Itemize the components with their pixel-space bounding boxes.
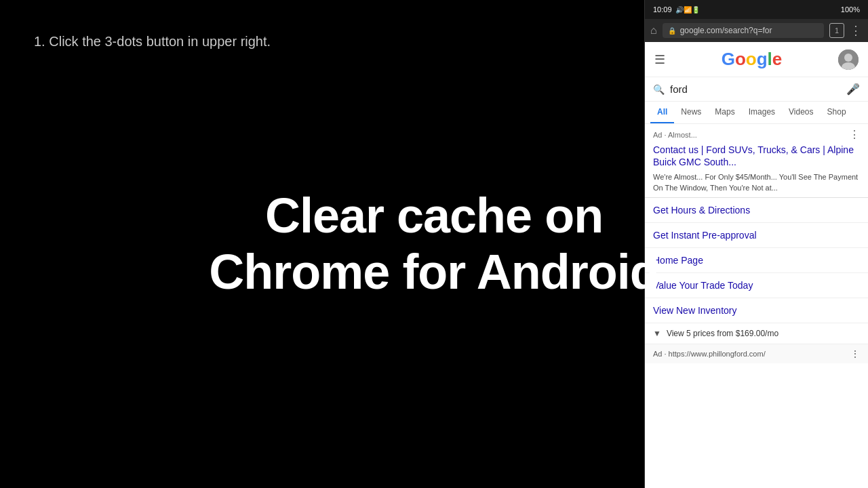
sitelink-trade[interactable]: Value Your Trade Today: [645, 273, 868, 298]
overlay-line2: Chrome for Android: [209, 244, 658, 300]
prices-row[interactable]: ▼ View 5 prices from $169.00/mo: [645, 323, 868, 344]
sitelink-homepage[interactable]: Home Page: [645, 248, 868, 273]
hamburger-icon[interactable]: ☰: [654, 52, 665, 67]
google-page: ☰ Google 🔍 ford 🎤 All News Maps Image: [645, 42, 868, 488]
tab-shopping[interactable]: Shop: [821, 102, 853, 123]
instruction-detail: Click the 3-dots button in upper right.: [49, 34, 271, 49]
status-right: 100%: [841, 5, 860, 14]
mic-icon[interactable]: 🎤: [846, 83, 860, 96]
instruction-container: 1. Click the 3-dots button in upper righ…: [34, 34, 271, 49]
result-more-button[interactable]: ⋮: [849, 128, 860, 141]
status-left: 10:09 🔊📶🔋: [653, 5, 700, 14]
google-logo: Google: [722, 49, 783, 70]
ad-label: Ad · Almost...: [653, 131, 697, 139]
browser-chrome: ⌂ 🔒 google.com/search?q=for 1 ⋮: [645, 19, 868, 42]
tab-maps[interactable]: Maps: [708, 102, 741, 123]
three-dots-menu-button[interactable]: ⋮: [850, 23, 863, 38]
home-icon[interactable]: ⌂: [650, 24, 657, 37]
sitelink-inventory[interactable]: View New Inventory: [645, 298, 868, 323]
prices-text: View 5 prices from $169.00/mo: [667, 329, 778, 338]
sitelink-preapproval-text: Get Instant Pre-approval: [653, 230, 757, 241]
sitelink-preapproval[interactable]: Get Instant Pre-approval: [645, 223, 868, 248]
tab-all[interactable]: All: [650, 102, 674, 123]
status-bar: 10:09 🔊📶🔋 100%: [645, 0, 868, 19]
tab-count-button[interactable]: 1: [829, 23, 844, 38]
result-title[interactable]: Contact us | Ford SUVs, Trucks, & Cars |…: [645, 142, 868, 171]
ad-footer: Ad · https://www.phillongford.com/ ⋮: [645, 344, 868, 363]
phone-frame: 10:09 🔊📶🔋 100% ⌂ 🔒 google.com/search?q=f…: [644, 0, 868, 488]
lock-icon: 🔒: [668, 27, 676, 35]
result-top-row: Ad · Almost... ⋮: [645, 124, 868, 142]
svg-point-1: [844, 54, 852, 62]
instruction-number: 1.: [34, 34, 49, 49]
ad-footer-more-button[interactable]: ⋮: [850, 348, 860, 359]
ad-footer-url: Ad · https://www.phillongford.com/: [653, 350, 766, 358]
sitelink-trade-text: Value Your Trade Today: [653, 280, 753, 291]
status-icons: 🔊📶🔋: [675, 6, 700, 14]
search-icon: 🔍: [653, 84, 665, 95]
sitelink-homepage-text: Home Page: [653, 255, 703, 266]
search-tabs: All News Maps Images Videos Shop: [645, 102, 868, 124]
sitelink-hours-text: Get Hours & Directions: [653, 205, 750, 216]
search-bar[interactable]: 🔍 ford 🎤: [645, 77, 868, 102]
avatar[interactable]: [838, 49, 859, 70]
url-bar[interactable]: 🔒 google.com/search?q=for: [663, 23, 824, 38]
tab-videos[interactable]: Videos: [782, 102, 820, 123]
sitelink-hours[interactable]: Get Hours & Directions: [645, 198, 868, 223]
tab-images[interactable]: Images: [742, 102, 782, 123]
chevron-down-icon: ▼: [653, 329, 661, 338]
results-area: Ad · Almost... ⋮ Contact us | Ford SUVs,…: [645, 124, 868, 488]
overlay-title: Clear cache on Chrome for Android: [209, 188, 658, 300]
url-text: google.com/search?q=for: [680, 26, 818, 35]
tab-news[interactable]: News: [674, 102, 708, 123]
result-snippet: We're Almost... For Only $45/Month... Yo…: [645, 171, 868, 197]
overlay-line1: Clear cache on: [209, 188, 658, 244]
status-time: 10:09: [653, 5, 672, 14]
battery-level: 100%: [841, 5, 860, 14]
google-header: ☰ Google: [645, 42, 868, 77]
sitelink-inventory-text: View New Inventory: [653, 305, 736, 316]
search-query: ford: [670, 83, 841, 95]
